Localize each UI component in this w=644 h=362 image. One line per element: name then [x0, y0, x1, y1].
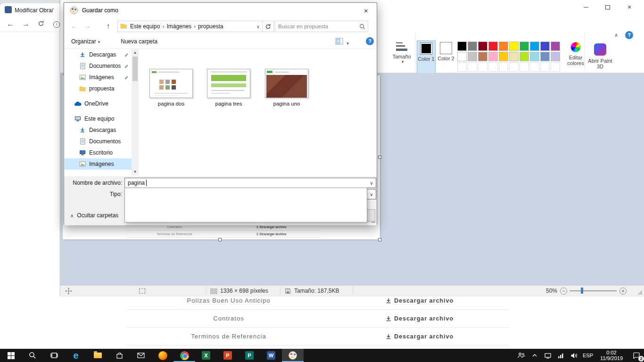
- scrollbar-thumb[interactable]: [132, 57, 138, 81]
- up-icon[interactable]: ↑: [107, 22, 110, 30]
- palette-color[interactable]: [478, 41, 487, 51]
- sidebar-item-onedrive[interactable]: OneDrive: [65, 98, 132, 109]
- sidebar-item-imagenes-2[interactable]: Imágenes: [65, 158, 132, 170]
- sidebar-item-documentos-2[interactable]: Documentos: [65, 136, 132, 147]
- palette-empty-slot[interactable]: [551, 62, 560, 72]
- zoom-in-button[interactable]: +: [619, 288, 627, 295]
- network-icon[interactable]: [542, 349, 553, 362]
- dialog-close-icon[interactable]: ×: [355, 3, 377, 18]
- taskbar-item-chrome[interactable]: [173, 349, 195, 362]
- taskbar-item-file-explorer[interactable]: [87, 349, 108, 362]
- sidebar-item-este-equipo[interactable]: Este equipo: [65, 113, 132, 124]
- taskbar-item-mail[interactable]: [130, 349, 152, 362]
- page-info-icon[interactable]: i: [53, 21, 60, 28]
- palette-color[interactable]: [457, 52, 467, 61]
- chevron-down-icon[interactable]: ∨: [367, 178, 376, 188]
- taskbar-item-firefox[interactable]: [152, 349, 173, 362]
- taskbar-item-publisher[interactable]: P: [239, 349, 260, 362]
- filetype-dropdown-list[interactable]: [124, 188, 367, 222]
- zoom-slider-thumb[interactable]: [581, 288, 583, 294]
- palette-color[interactable]: [551, 41, 560, 51]
- clock[interactable]: 0:02 11/9/2019: [596, 350, 627, 362]
- file-item[interactable]: pagina uno: [261, 69, 313, 107]
- palette-color[interactable]: [530, 52, 539, 61]
- taskbar-item-word[interactable]: W: [260, 349, 282, 362]
- file-thumbnail[interactable]: [265, 69, 308, 98]
- browser-reload-icon[interactable]: [38, 20, 44, 29]
- palette-empty-slot[interactable]: [540, 62, 550, 72]
- people-icon[interactable]: [516, 349, 527, 362]
- back-icon[interactable]: ←: [71, 22, 78, 30]
- sidebar-item-imagenes[interactable]: Imágenes: [65, 72, 132, 83]
- palette-color[interactable]: [509, 41, 519, 51]
- sidebar-item-descargas[interactable]: Descargas: [65, 49, 132, 60]
- file-item[interactable]: pagina dos: [145, 69, 197, 107]
- canvas-resize-handle[interactable]: [378, 238, 381, 241]
- sidebar-item-escritorio[interactable]: Escritorio: [65, 147, 132, 158]
- views-button[interactable]: ▾: [335, 38, 349, 46]
- taskbar-item-excel[interactable]: X: [195, 349, 217, 362]
- collapse-ribbon-icon[interactable]: ∧: [614, 32, 618, 38]
- dialog-titlebar[interactable]: Guardar como ×: [64, 3, 377, 18]
- task-view-button[interactable]: [43, 349, 65, 362]
- palette-empty-slot[interactable]: [457, 62, 467, 72]
- scroll-up-icon[interactable]: ▲: [132, 49, 139, 56]
- color1-button[interactable]: Color 1: [417, 41, 436, 74]
- maximize-button[interactable]: [597, 0, 619, 14]
- address-bar[interactable]: Este equipo › Imágenes › propuesta ∨: [117, 21, 263, 32]
- palette-empty-slot[interactable]: [478, 62, 487, 72]
- palette-color[interactable]: [488, 41, 498, 51]
- search-box[interactable]: [275, 21, 368, 32]
- palette-color[interactable]: [457, 41, 467, 51]
- palette-color[interactable]: [499, 41, 508, 51]
- palette-color[interactable]: [468, 41, 477, 51]
- browser-back-icon[interactable]: ←: [7, 20, 14, 28]
- search-button[interactable]: [22, 349, 43, 362]
- palette-color[interactable]: [520, 41, 529, 51]
- address-dropdown-icon[interactable]: ∨: [254, 24, 262, 29]
- color2-button[interactable]: Color 2: [437, 41, 455, 74]
- palette-empty-slot[interactable]: [520, 62, 529, 72]
- help-button[interactable]: ?: [366, 37, 374, 45]
- zoom-slider[interactable]: [570, 290, 617, 291]
- palette-color[interactable]: [551, 52, 560, 61]
- palette-empty-slot[interactable]: [509, 62, 519, 72]
- close-button[interactable]: ×: [619, 0, 640, 14]
- volume-icon[interactable]: [569, 349, 580, 362]
- start-button[interactable]: [0, 349, 22, 362]
- download-link[interactable]: Descargar archivo: [330, 315, 509, 322]
- palette-color[interactable]: [509, 52, 519, 61]
- zoom-out-button[interactable]: −: [560, 288, 567, 295]
- action-center-icon[interactable]: 2: [629, 349, 643, 362]
- file-thumbnail[interactable]: [149, 69, 193, 98]
- download-link[interactable]: Descargar archivo: [330, 333, 509, 340]
- refresh-button[interactable]: [263, 21, 274, 32]
- breadcrumb-imagenes[interactable]: Imágenes: [164, 23, 194, 30]
- palette-empty-slot[interactable]: [499, 62, 508, 72]
- palette-color[interactable]: [478, 52, 487, 61]
- open-paint3d-button[interactable]: Abrir Paint 3D: [586, 42, 614, 75]
- taskbar-item-store[interactable]: [108, 349, 130, 362]
- download-link[interactable]: Descargar archivo: [330, 297, 509, 304]
- palette-color[interactable]: [540, 41, 550, 51]
- chevron-down-icon[interactable]: ∨: [367, 189, 376, 199]
- palette-empty-slot[interactable]: [488, 62, 498, 72]
- search-icon[interactable]: [359, 24, 365, 31]
- file-item[interactable]: pagina tres: [203, 69, 255, 107]
- palette-empty-slot[interactable]: [468, 62, 477, 72]
- canvas-resize-handle[interactable]: [378, 156, 381, 159]
- file-thumbnail[interactable]: [207, 69, 250, 98]
- filename-input[interactable]: pagina ∨: [124, 178, 376, 188]
- browser-forward-icon[interactable]: →: [22, 20, 30, 28]
- window-resize-grip[interactable]: [637, 290, 642, 295]
- signal-icon[interactable]: [555, 349, 567, 362]
- help-icon[interactable]: ?: [625, 31, 633, 39]
- sidebar-item-propuesta[interactable]: propuesta: [65, 83, 132, 94]
- canvas-resize-handle[interactable]: [218, 238, 222, 241]
- palette-color[interactable]: [488, 52, 498, 61]
- palette-color[interactable]: [530, 41, 539, 51]
- taskbar-item-edge[interactable]: e: [65, 349, 87, 362]
- palette-color[interactable]: [540, 52, 550, 61]
- palette-empty-slot[interactable]: [530, 62, 539, 72]
- scroll-down-icon[interactable]: ▼: [132, 168, 139, 175]
